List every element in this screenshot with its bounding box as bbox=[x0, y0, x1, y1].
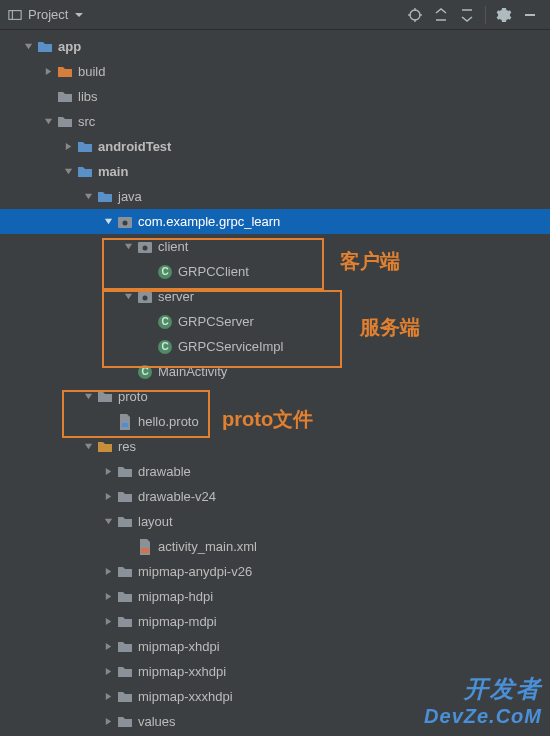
chevron-right-icon[interactable] bbox=[40, 64, 56, 80]
chevron-right-icon[interactable] bbox=[100, 564, 116, 580]
svg-rect-14 bbox=[122, 423, 128, 427]
folder-icon bbox=[76, 138, 94, 156]
node-label: androidTest bbox=[98, 139, 171, 154]
tree-node-grpcserviceimpl[interactable]: C GRPCServiceImpl bbox=[0, 334, 550, 359]
tree-node-client[interactable]: client bbox=[0, 234, 550, 259]
tree-node-androidtest[interactable]: androidTest bbox=[0, 134, 550, 159]
node-label: drawable-v24 bbox=[138, 489, 216, 504]
tree-node-mipmap-xxxhdpi[interactable]: mipmap-xxxhdpi bbox=[0, 684, 550, 709]
tree-node-app[interactable]: app bbox=[0, 34, 550, 59]
chevron-right-icon[interactable] bbox=[100, 589, 116, 605]
expand-all-button[interactable] bbox=[429, 3, 453, 27]
toolbar: Project bbox=[0, 0, 550, 30]
chevron-right-icon[interactable] bbox=[60, 139, 76, 155]
node-label: res bbox=[118, 439, 136, 454]
view-selector[interactable]: Project bbox=[8, 7, 84, 22]
tree-node-grpcclient[interactable]: C GRPCClient bbox=[0, 259, 550, 284]
package-icon bbox=[116, 213, 134, 231]
chevron-right-icon[interactable] bbox=[100, 639, 116, 655]
tree-node-mipmap-xhdpi[interactable]: mipmap-xhdpi bbox=[0, 634, 550, 659]
tree-node-src[interactable]: src bbox=[0, 109, 550, 134]
tree-node-main[interactable]: main bbox=[0, 159, 550, 184]
node-label: server bbox=[158, 289, 194, 304]
folder-icon bbox=[116, 663, 134, 681]
node-label: src bbox=[78, 114, 95, 129]
chevron-right-icon[interactable] bbox=[100, 489, 116, 505]
chevron-down-icon[interactable] bbox=[40, 114, 56, 130]
folder-icon bbox=[56, 63, 74, 81]
chevron-down-icon[interactable] bbox=[120, 289, 136, 305]
folder-icon bbox=[76, 163, 94, 181]
node-label: layout bbox=[138, 514, 173, 529]
hide-button[interactable] bbox=[518, 3, 542, 27]
tree-node-helloproto[interactable]: hello.proto bbox=[0, 409, 550, 434]
folder-icon bbox=[116, 613, 134, 631]
tree-node-activitymain[interactable]: activity_main.xml bbox=[0, 534, 550, 559]
chevron-down-icon[interactable] bbox=[100, 214, 116, 230]
tree-node-mipmap-mdpi[interactable]: mipmap-mdpi bbox=[0, 609, 550, 634]
folder-icon bbox=[116, 488, 134, 506]
node-label: mipmap-xxxhdpi bbox=[138, 689, 233, 704]
xml-file-icon bbox=[136, 538, 154, 556]
svg-point-9 bbox=[123, 220, 128, 225]
tree-node-res[interactable]: res bbox=[0, 434, 550, 459]
svg-rect-16 bbox=[141, 548, 149, 553]
node-label: hello.proto bbox=[138, 414, 199, 429]
chevron-down-icon bbox=[74, 10, 84, 20]
class-icon: C bbox=[136, 363, 154, 381]
tree-node-grpcserver[interactable]: C GRPCServer bbox=[0, 309, 550, 334]
node-label: mipmap-mdpi bbox=[138, 614, 217, 629]
tree-node-drawablev24[interactable]: drawable-v24 bbox=[0, 484, 550, 509]
folder-icon bbox=[116, 638, 134, 656]
class-icon: C bbox=[156, 263, 174, 281]
tree-node-mipmap-anydpi[interactable]: mipmap-anydpi-v26 bbox=[0, 559, 550, 584]
chevron-down-icon[interactable] bbox=[80, 389, 96, 405]
tree-node-mipmap-xxhdpi[interactable]: mipmap-xxhdpi bbox=[0, 659, 550, 684]
tree-node-libs[interactable]: libs bbox=[0, 84, 550, 109]
chevron-down-icon[interactable] bbox=[60, 164, 76, 180]
chevron-down-icon[interactable] bbox=[120, 239, 136, 255]
folder-icon bbox=[116, 588, 134, 606]
tree-node-java[interactable]: java bbox=[0, 184, 550, 209]
chevron-right-icon[interactable] bbox=[100, 614, 116, 630]
res-folder-icon bbox=[96, 438, 114, 456]
project-icon bbox=[8, 8, 22, 22]
node-label: client bbox=[158, 239, 188, 254]
folder-icon bbox=[96, 188, 114, 206]
tree-node-layout[interactable]: layout bbox=[0, 509, 550, 534]
node-label: app bbox=[58, 39, 81, 54]
package-icon bbox=[136, 288, 154, 306]
tree-node-values[interactable]: values bbox=[0, 709, 550, 734]
node-label: java bbox=[118, 189, 142, 204]
folder-icon bbox=[116, 463, 134, 481]
tree-node-package[interactable]: com.example.grpc_learn bbox=[0, 209, 550, 234]
node-label: activity_main.xml bbox=[158, 539, 257, 554]
chevron-down-icon[interactable] bbox=[20, 39, 36, 55]
locate-button[interactable] bbox=[403, 3, 427, 27]
node-label: GRPCClient bbox=[178, 264, 249, 279]
svg-point-11 bbox=[143, 245, 148, 250]
chevron-down-icon[interactable] bbox=[80, 189, 96, 205]
chevron-down-icon[interactable] bbox=[80, 439, 96, 455]
chevron-right-icon[interactable] bbox=[100, 689, 116, 705]
chevron-down-icon[interactable] bbox=[100, 514, 116, 530]
node-label: GRPCServer bbox=[178, 314, 254, 329]
folder-icon bbox=[116, 513, 134, 531]
chevron-right-icon[interactable] bbox=[100, 664, 116, 680]
class-icon: C bbox=[156, 338, 174, 356]
node-label: proto bbox=[118, 389, 148, 404]
folder-icon bbox=[116, 713, 134, 731]
tree-node-proto[interactable]: proto bbox=[0, 384, 550, 409]
chevron-right-icon[interactable] bbox=[100, 714, 116, 730]
chevron-right-icon[interactable] bbox=[100, 464, 116, 480]
collapse-all-button[interactable] bbox=[455, 3, 479, 27]
settings-button[interactable] bbox=[492, 3, 516, 27]
tree-node-mipmap-hdpi[interactable]: mipmap-hdpi bbox=[0, 584, 550, 609]
tree-node-build[interactable]: build bbox=[0, 59, 550, 84]
svg-rect-7 bbox=[525, 14, 535, 16]
svg-rect-15 bbox=[100, 446, 105, 451]
tree-node-server[interactable]: server bbox=[0, 284, 550, 309]
tree-node-mainactivity[interactable]: C MainActivity bbox=[0, 359, 550, 384]
tree-node-drawable[interactable]: drawable bbox=[0, 459, 550, 484]
project-tree: app build libs src androidTest main java… bbox=[0, 30, 550, 734]
